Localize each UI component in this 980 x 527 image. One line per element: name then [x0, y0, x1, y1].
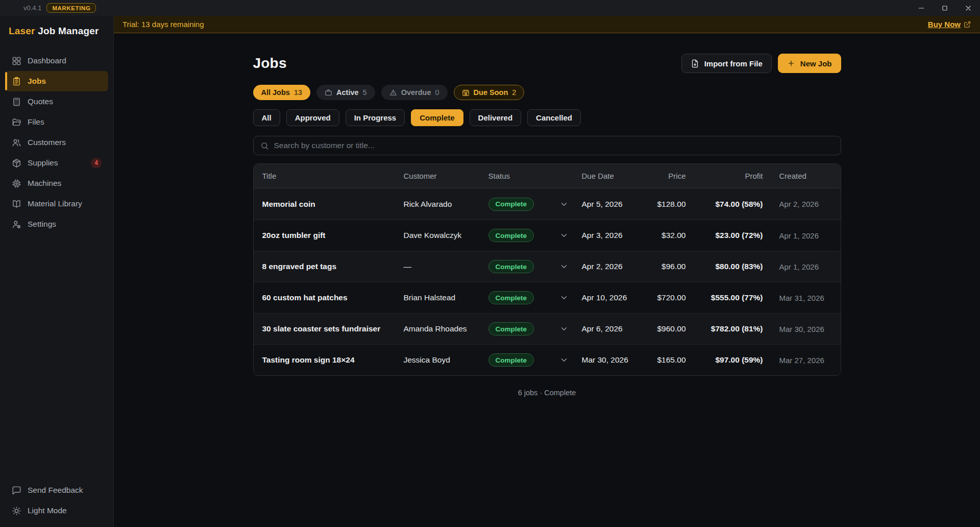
sidebar-item-label: Send Feedback: [28, 486, 83, 495]
book-open-icon: [12, 199, 21, 209]
table-row[interactable]: Tasting room sign 18×24Jessica BoydCompl…: [254, 344, 841, 375]
pill-count: 13: [294, 88, 302, 97]
status-dropdown-button[interactable]: [559, 200, 569, 209]
sidebar-item-material-library[interactable]: Material Library: [5, 194, 108, 214]
job-filter-pills: All Jobs13Active5Overdue0Due Soon2: [253, 85, 841, 100]
filter-pill-all-jobs[interactable]: All Jobs13: [253, 85, 311, 100]
status-dropdown-button[interactable]: [559, 262, 569, 271]
plus-icon: [787, 59, 795, 67]
calculator-icon: [12, 97, 21, 107]
job-profit: $23.00 (72%): [686, 231, 763, 240]
job-customer: —: [404, 262, 488, 271]
status-tab-all[interactable]: All: [253, 109, 280, 126]
pill-count: 2: [512, 88, 516, 97]
sidebar-nav: DashboardJobsQuotesFilesCustomersSupplie…: [0, 51, 113, 234]
file-import-icon: [691, 59, 699, 68]
chevron-down-icon: [559, 324, 569, 333]
sidebar-item-jobs[interactable]: Jobs: [5, 71, 108, 91]
sidebar-item-label: Light Mode: [28, 506, 67, 515]
jobs-table: TitleCustomerStatusDue DatePriceProfitCr…: [253, 163, 841, 376]
alert-triangle-icon: [389, 89, 397, 97]
table-row[interactable]: 8 engraved pet tags—CompleteApr 2, 2026$…: [254, 251, 841, 282]
import-from-file-button[interactable]: Import from File: [681, 54, 772, 73]
job-price: $165.00: [635, 355, 686, 365]
status-tabs: AllApprovedIn ProgressCompleteDeliveredC…: [253, 109, 841, 126]
status-badge: Complete: [488, 291, 534, 304]
status-badge: Complete: [488, 353, 534, 367]
status-tab-complete[interactable]: Complete: [411, 109, 463, 126]
filter-pill-active[interactable]: Active5: [316, 85, 375, 100]
job-created-date: Mar 31, 2026: [763, 294, 832, 302]
chevron-down-icon: [559, 231, 569, 240]
pill-label: Active: [336, 88, 359, 97]
job-due-date: Apr 3, 2026: [582, 231, 635, 240]
sidebar-item-machines[interactable]: Machines: [5, 173, 108, 194]
trial-banner-text: Trial: 13 days remaining: [122, 20, 204, 29]
window-maximize-icon: [941, 4, 949, 12]
window-minimize-button[interactable]: [910, 0, 933, 16]
search-box: [253, 136, 841, 155]
table-footer-summary: 6 jobs · Complete: [253, 389, 841, 397]
search-icon: [260, 141, 269, 150]
column-header-title: Title: [262, 172, 404, 180]
status-dropdown-button[interactable]: [559, 355, 569, 365]
column-header-price: Price: [635, 172, 686, 180]
window-close-button[interactable]: [957, 0, 980, 16]
sidebar-item-settings[interactable]: Settings: [5, 214, 108, 234]
message-icon: [12, 486, 21, 495]
status-tab-in-progress[interactable]: In Progress: [346, 109, 405, 126]
status-dropdown-button[interactable]: [559, 324, 569, 333]
pill-label: Due Soon: [474, 88, 508, 97]
trial-banner: Trial: 13 days remaining Buy Now: [114, 16, 980, 33]
sidebar-item-dashboard[interactable]: Dashboard: [5, 51, 108, 71]
pill-count: 5: [363, 88, 367, 97]
status-dropdown-button[interactable]: [559, 231, 569, 240]
table-row[interactable]: 20oz tumbler giftDave KowalczykCompleteA…: [254, 220, 841, 251]
window-maximize-button[interactable]: [933, 0, 957, 16]
sidebar-footer: Send FeedbackLight Mode: [0, 480, 113, 527]
sidebar-item-send-feedback[interactable]: Send Feedback: [5, 480, 108, 500]
job-created-date: Apr 1, 2026: [763, 262, 832, 271]
table-row[interactable]: 30 slate coaster sets fundraiserAmanda R…: [254, 313, 841, 344]
status-tab-approved[interactable]: Approved: [286, 109, 339, 126]
table-header-row: TitleCustomerStatusDue DatePriceProfitCr…: [254, 164, 841, 188]
window-close-icon: [964, 4, 972, 12]
status-badge: Complete: [488, 322, 534, 336]
status-tab-delivered[interactable]: Delivered: [470, 109, 522, 126]
sidebar-item-label: Settings: [28, 220, 56, 229]
new-job-button[interactable]: New Job: [778, 54, 841, 73]
search-input[interactable]: [274, 136, 841, 155]
filter-pill-due-soon[interactable]: Due Soon2: [454, 85, 525, 100]
sidebar-item-label: Customers: [28, 138, 66, 147]
sidebar-item-files[interactable]: Files: [5, 112, 108, 132]
sidebar-item-quotes[interactable]: Quotes: [5, 91, 108, 112]
column-header-profit: Profit: [686, 172, 763, 180]
job-price: $720.00: [635, 293, 686, 302]
logo-rest-text: Job Manager: [38, 26, 99, 36]
package-icon: [12, 158, 21, 168]
job-price: $960.00: [635, 324, 686, 333]
sidebar-item-supplies[interactable]: Supplies4: [5, 153, 108, 173]
buy-now-link[interactable]: Buy Now: [928, 20, 971, 29]
job-due-date: Apr 5, 2026: [582, 200, 635, 209]
sidebar-item-label: Material Library: [28, 199, 82, 208]
table-row[interactable]: Memorial coinRick AlvaradoCompleteApr 5,…: [254, 188, 841, 220]
table-row[interactable]: 60 custom hat patchesBrian HalsteadCompl…: [254, 282, 841, 313]
briefcase-icon: [325, 89, 332, 97]
status-tab-cancelled[interactable]: Cancelled: [527, 109, 581, 126]
job-created-date: Mar 30, 2026: [763, 325, 832, 333]
job-due-date: Apr 6, 2026: [582, 324, 635, 333]
job-due-date: Mar 30, 2026: [582, 355, 635, 365]
external-link-icon: [964, 21, 971, 28]
sidebar-item-label: Files: [28, 117, 44, 127]
job-title: Tasting room sign 18×24: [262, 355, 404, 365]
sidebar-item-customers[interactable]: Customers: [5, 132, 108, 153]
job-title: 20oz tumbler gift: [262, 231, 404, 240]
sidebar-item-light-mode[interactable]: Light Mode: [5, 500, 108, 521]
filter-pill-overdue[interactable]: Overdue0: [381, 85, 448, 100]
logo-accent-text: Laser: [9, 26, 35, 36]
job-title: Memorial coin: [262, 200, 404, 209]
status-badge: Complete: [488, 229, 534, 242]
job-profit: $74.00 (58%): [686, 200, 763, 209]
status-dropdown-button[interactable]: [559, 293, 569, 302]
